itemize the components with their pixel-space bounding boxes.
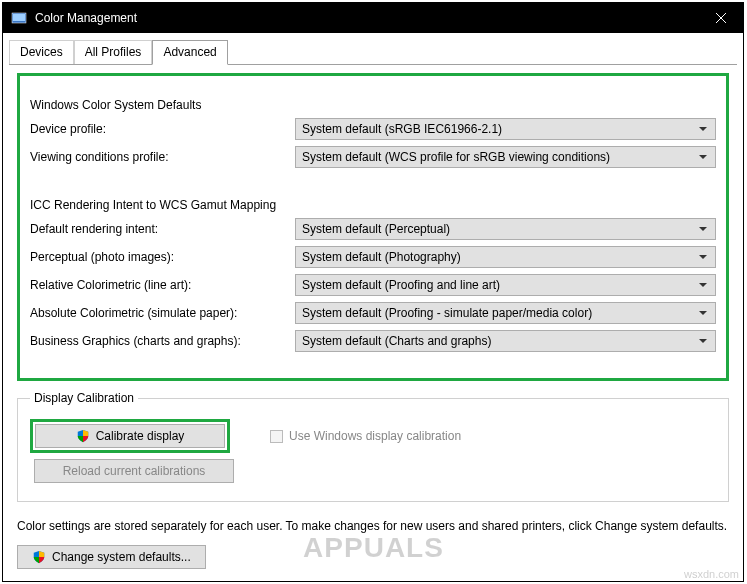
business-graphics-value: System default (Charts and graphs)	[302, 334, 491, 348]
color-management-window: Color Management Devices All Profiles Ad…	[2, 2, 744, 582]
relative-colorimetric-select[interactable]: System default (Proofing and line art)	[295, 274, 716, 296]
business-graphics-label: Business Graphics (charts and graphs):	[30, 334, 285, 348]
perceptual-label: Perceptual (photo images):	[30, 250, 285, 264]
reload-calibrations-button: Reload current calibrations	[34, 459, 234, 483]
device-profile-select[interactable]: System default (sRGB IEC61966-2.1)	[295, 118, 716, 140]
relative-colorimetric-label: Relative Colorimetric (line art):	[30, 278, 285, 292]
default-rendering-intent-select[interactable]: System default (Perceptual)	[295, 218, 716, 240]
default-rendering-intent-value: System default (Perceptual)	[302, 222, 450, 236]
group-title-wcs-defaults: Windows Color System Defaults	[30, 98, 716, 112]
tab-advanced[interactable]: Advanced	[152, 40, 227, 65]
group-title-icc-rendering: ICC Rendering Intent to WCS Gamut Mappin…	[30, 198, 716, 212]
device-profile-label: Device profile:	[30, 122, 285, 136]
use-windows-calibration-checkbox[interactable]: Use Windows display calibration	[270, 429, 461, 443]
device-profile-value: System default (sRGB IEC61966-2.1)	[302, 122, 502, 136]
perceptual-select[interactable]: System default (Photography)	[295, 246, 716, 268]
relative-colorimetric-value: System default (Proofing and line art)	[302, 278, 500, 292]
calibrate-display-button[interactable]: Calibrate display	[35, 424, 225, 448]
perceptual-value: System default (Photography)	[302, 250, 461, 264]
group-windows-color-defaults: Windows Color System Defaults Device pro…	[30, 84, 716, 174]
footer-info-text: Color settings are stored separately for…	[17, 518, 729, 535]
tab-devices[interactable]: Devices	[9, 40, 74, 65]
tab-all-profiles[interactable]: All Profiles	[74, 40, 153, 65]
close-icon	[716, 13, 726, 23]
dialog-button-bar: Close	[3, 579, 743, 584]
uac-shield-icon	[76, 429, 90, 443]
titlebar: Color Management	[3, 3, 743, 33]
absolute-colorimetric-select[interactable]: System default (Proofing - simulate pape…	[295, 302, 716, 324]
viewing-conditions-select[interactable]: System default (WCS profile for sRGB vie…	[295, 146, 716, 168]
group-icc-rendering-intent: ICC Rendering Intent to WCS Gamut Mappin…	[30, 184, 716, 358]
change-system-defaults-label: Change system defaults...	[52, 550, 191, 564]
absolute-colorimetric-value: System default (Proofing - simulate pape…	[302, 306, 592, 320]
uac-shield-icon	[32, 550, 46, 564]
group-display-calibration: Display Calibration Calibrate display Us…	[17, 391, 729, 502]
tab-strip: Devices All Profiles Advanced	[3, 35, 743, 64]
highlighted-settings-region: Windows Color System Defaults Device pro…	[17, 73, 729, 381]
tab-content-advanced: Windows Color System Defaults Device pro…	[3, 65, 743, 579]
use-windows-calibration-label: Use Windows display calibration	[289, 429, 461, 443]
viewing-conditions-value: System default (WCS profile for sRGB vie…	[302, 150, 610, 164]
business-graphics-select[interactable]: System default (Charts and graphs)	[295, 330, 716, 352]
svg-rect-1	[13, 14, 25, 21]
absolute-colorimetric-label: Absolute Colorimetric (simulate paper):	[30, 306, 285, 320]
group-title-display-calibration: Display Calibration	[30, 391, 138, 405]
default-rendering-intent-label: Default rendering intent:	[30, 222, 285, 236]
change-system-defaults-button[interactable]: Change system defaults...	[17, 545, 206, 569]
calibrate-display-label: Calibrate display	[96, 429, 185, 443]
checkbox-box	[270, 430, 283, 443]
calibrate-button-highlight: Calibrate display	[30, 419, 230, 453]
viewing-conditions-label: Viewing conditions profile:	[30, 150, 285, 164]
window-title: Color Management	[35, 11, 698, 25]
app-icon	[11, 10, 27, 26]
window-close-button[interactable]	[698, 3, 743, 33]
reload-calibrations-label: Reload current calibrations	[63, 464, 206, 478]
